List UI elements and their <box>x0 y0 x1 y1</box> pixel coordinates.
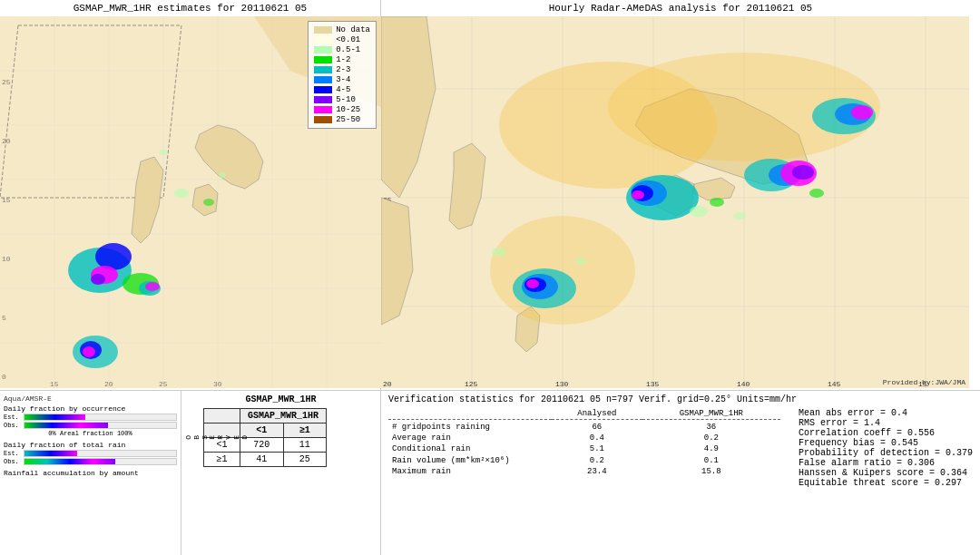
rain-chart: Daily fraction of total rain Est. Obs. <box>4 441 177 465</box>
stats-row-rainvol: Rain volume (mm*km²×10⁶) 0.2 0.1 <box>388 454 780 466</box>
stats-label-avgrain: Average rain <box>388 433 552 443</box>
svg-text:140: 140 <box>737 380 750 388</box>
legend-color-nodata <box>314 26 332 34</box>
stats-row-avgrain: Average rain 0.4 0.2 <box>388 433 780 443</box>
svg-point-39 <box>219 172 226 178</box>
stat-ets: Equitable threat score = 0.297 <box>799 478 973 488</box>
cont-gsmap-header: GSMAP_MWR_1HR <box>240 409 327 424</box>
stats-row-maxrain: Maximum rain 23.4 15.8 <box>388 466 780 477</box>
legend-item-001: <0.01 <box>314 35 370 44</box>
svg-text:135: 135 <box>646 380 660 388</box>
svg-point-76 <box>632 190 644 200</box>
legend-item-2550: 25-50 <box>314 115 370 124</box>
legend-color-23 <box>314 66 332 73</box>
contingency-wrapper: OBSERVED GSMAP_MWR_1HR <1 ≥1 <box>185 408 377 467</box>
stats-val1-maxrain: 23.4 <box>552 466 642 477</box>
svg-text:20: 20 <box>383 380 392 388</box>
stats-col-empty <box>388 408 552 420</box>
svg-point-83 <box>851 105 873 120</box>
stats-val1-gridpoints: 66 <box>552 422 642 433</box>
stats-val1-condrain: 5.1 <box>552 443 642 454</box>
accumulation-title: Rainfall accumulation by amount <box>4 469 177 477</box>
svg-point-90 <box>733 212 746 219</box>
stats-val1-rainvol: 0.2 <box>552 454 642 466</box>
svg-point-37 <box>203 199 214 206</box>
stats-label-maxrain: Maximum rain <box>388 466 552 477</box>
stat-corr: Correlation coeff = 0.556 <box>799 428 973 438</box>
cont-empty-header <box>204 409 240 424</box>
stats-val2-gridpoints: 36 <box>642 422 780 433</box>
est-bar-fill-occ <box>24 414 85 420</box>
legend-label-34: 3-4 <box>336 75 350 84</box>
left-map-area: GSMAP_MWR_1HR DMSP-F15/SSMI ANAL <box>0 16 381 388</box>
svg-point-88 <box>690 206 708 217</box>
legend-color-510 <box>314 96 332 103</box>
right-map-svg: 45 35 20 125 130 135 140 145 15 20 <box>381 16 969 388</box>
right-map-area: 45 35 20 125 130 135 140 145 15 20 <box>381 16 969 388</box>
svg-point-80 <box>792 165 814 180</box>
stats-label-gridpoints: # gridpoints raining <box>388 422 552 433</box>
cont-col-gte1: ≥1 <box>283 424 327 438</box>
est-bar-fill-rain <box>24 451 77 456</box>
occurrence-chart: Daily fraction by occurrence Est. Obs. 0… <box>4 404 177 437</box>
stats-content: Analysed GSMAP_MWR_1HR # gridpoints rain… <box>388 408 973 488</box>
rain-title: Daily fraction of total rain <box>4 441 177 449</box>
right-map-title: Hourly Radar-AMeDAS analysis for 2011062… <box>381 0 980 16</box>
right-map-panel: Hourly Radar-AMeDAS analysis for 2011062… <box>381 0 980 390</box>
verification-header: Verification statistics for 20110621 05 … <box>388 394 973 404</box>
stats-label-rainvol: Rain volume (mm*km²×10⁶) <box>388 454 552 466</box>
est-bar-rain <box>24 450 177 457</box>
legend-label-23: 2-3 <box>336 65 350 74</box>
legend-label-45: 4-5 <box>336 85 350 94</box>
stats-val2-avgrain: 0.2 <box>642 433 780 443</box>
svg-point-38 <box>159 150 168 155</box>
stat-rms: RMS error = 1.4 <box>799 418 973 428</box>
obs-bar-fill-occ <box>24 423 108 428</box>
svg-point-42 <box>83 346 95 357</box>
occurrence-title: Daily fraction by occurrence <box>4 404 177 413</box>
legend-label-051: 0.5-1 <box>336 45 360 54</box>
svg-point-87 <box>526 279 539 288</box>
cont-cell-11: 25 <box>283 453 327 467</box>
right-stats-container: Mean abs error = 0.4 RMS error = 1.4 Cor… <box>789 408 973 488</box>
legend-item-051: 0.5-1 <box>314 45 370 54</box>
svg-text:125: 125 <box>465 380 478 388</box>
chart-row-est-occ: Est. <box>4 414 177 421</box>
stat-freq-bias: Frequency bias = 0.545 <box>799 438 973 448</box>
obs-label-occ: Obs. <box>4 422 24 429</box>
svg-point-91 <box>809 189 824 198</box>
stats-val2-rainvol: 0.1 <box>642 454 780 466</box>
stats-val2-condrain: 4.9 <box>642 443 780 454</box>
legend-color-1025 <box>314 106 332 113</box>
legend-color-34 <box>314 76 332 83</box>
svg-point-32 <box>91 274 105 285</box>
stats-col-gsmap: GSMAP_MWR_1HR <box>642 408 780 420</box>
provided-by-label: Provided by:JWA/JMA <box>883 378 965 386</box>
legend-item-510: 5-10 <box>314 95 370 104</box>
svg-text:130: 130 <box>555 380 569 388</box>
legend-color-001 <box>314 36 332 44</box>
legend-color-051 <box>314 46 332 54</box>
legend-item-1025: 10-25 <box>314 105 370 114</box>
stat-pod: Probability of detection = 0.379 <box>799 448 973 458</box>
stats-row-gridpoints: # gridpoints raining 66 36 <box>388 422 780 433</box>
cont-row-lt1-label: <1 <box>204 438 240 453</box>
legend-item-23: 2-3 <box>314 65 370 74</box>
legend-box: No data <0.01 0.5-1 1-2 <box>308 21 377 129</box>
svg-point-93 <box>575 258 586 265</box>
chart-row-est-rain: Est. <box>4 450 177 457</box>
svg-point-89 <box>710 198 724 207</box>
stat-hk: Hanssen & Kuipers score = 0.364 <box>799 468 973 478</box>
contingency-title: GSMAP_MWR_1HR <box>185 394 377 404</box>
legend-label-1025: 10-25 <box>336 105 360 114</box>
left-map-panel: GSMAP_MWR_1HR estimates for 20110621 05 … <box>0 0 381 390</box>
legend-label-2550: 25-50 <box>336 115 360 124</box>
stats-row-condrain: Conditional rain 5.1 4.9 <box>388 443 780 454</box>
obs-label-rain: Obs. <box>4 458 24 465</box>
stats-label-condrain: Conditional rain <box>388 443 552 454</box>
legend-label-12: 1-2 <box>336 55 350 64</box>
areal-fraction-label: 0% Areal fraction 100% <box>4 430 177 437</box>
chart-row-obs-rain: Obs. <box>4 458 177 465</box>
contingency-section: GSMAP_MWR_1HR OBSERVED GSMAP_MWR_1HR <box>181 391 381 555</box>
aqua-label: Aqua/AMSR-E <box>4 394 177 403</box>
